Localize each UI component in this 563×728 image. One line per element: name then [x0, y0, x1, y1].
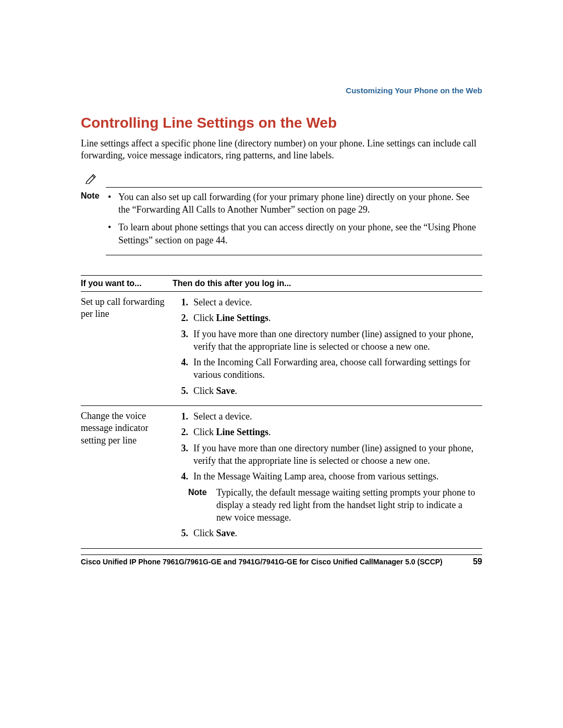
note-bullets: You can also set up call forwarding (for… [106, 191, 482, 252]
step-text: Click Line Settings. [193, 426, 479, 438]
step-number: 2. [173, 312, 193, 324]
step-number: 3. [173, 442, 193, 454]
inner-note-text: Typically, the default message waiting s… [216, 486, 479, 524]
step-text: If you have more than one directory numb… [193, 442, 479, 467]
task-cell: Set up call forwarding per line [81, 291, 173, 405]
steps-cell: 1.Select a device.2.Click Line Settings.… [173, 406, 482, 549]
table-row: Set up call forwarding per line1.Select … [81, 291, 482, 405]
task-cell: Change the voice message indicator setti… [81, 406, 173, 549]
step-number: 5. [173, 385, 193, 397]
step-text: Click Save. [193, 385, 479, 397]
inner-note: NoteTypically, the default message waiti… [188, 486, 479, 524]
step-number: 4. [173, 356, 193, 368]
step-text: Click Line Settings. [193, 312, 479, 324]
step-number: 3. [173, 328, 193, 340]
step-text: In the Message Waiting Lamp area, choose… [193, 470, 479, 483]
step-text: Select a device. [193, 296, 479, 309]
step-text: In the Incoming Call Forwarding area, ch… [193, 356, 479, 381]
step-number: 5. [173, 527, 193, 539]
inner-note-label: Note [188, 486, 216, 498]
table-header-right: Then do this after you log in... [173, 275, 482, 291]
step-item: 4.In the Message Waiting Lamp area, choo… [173, 470, 479, 483]
footer-rule [81, 554, 482, 555]
step-item: 1.Select a device. [173, 410, 479, 423]
section-title: Controlling Line Settings on the Web [81, 115, 482, 131]
procedure-table: If you want to... Then do this after you… [81, 275, 482, 549]
step-item: 5.Click Save. [173, 385, 479, 397]
page-footer: Cisco Unified IP Phone 7961G/7961G-GE an… [81, 554, 482, 566]
step-number: 2. [173, 426, 193, 438]
step-item: 3.If you have more than one directory nu… [173, 442, 479, 467]
note-bullet: You can also set up call forwarding (for… [106, 191, 482, 216]
pencil-icon [85, 172, 482, 186]
steps-cell: 1.Select a device.2.Click Line Settings.… [173, 291, 482, 405]
step-number: 1. [173, 296, 193, 309]
step-number: 1. [173, 410, 193, 423]
note-label: Note [81, 191, 106, 201]
step-number: 4. [173, 470, 193, 483]
steps-list: 1.Select a device.2.Click Line Settings.… [173, 296, 479, 397]
table-row: Change the voice message indicator setti… [81, 406, 482, 549]
running-head: Customizing Your Phone on the Web [346, 86, 482, 95]
step-item: 2.Click Line Settings. [173, 312, 479, 324]
step-text: Select a device. [193, 410, 479, 423]
step-item: 5.Click Save. [173, 527, 479, 539]
note-rule-top [106, 187, 482, 188]
note-rule-bottom [106, 255, 482, 255]
step-item: 4.In the Incoming Call Forwarding area, … [173, 356, 479, 381]
footer-doc-title: Cisco Unified IP Phone 7961G/7961G-GE an… [81, 558, 443, 566]
footer-page-number: 59 [473, 557, 482, 566]
step-item: 1.Select a device. [173, 296, 479, 309]
steps-list: 1.Select a device.2.Click Line Settings.… [173, 410, 479, 540]
step-item: 2.Click Line Settings. [173, 426, 479, 438]
note-block: Note You can also set up call forwarding… [81, 172, 482, 255]
step-item: 3.If you have more than one directory nu… [173, 328, 479, 353]
step-text: If you have more than one directory numb… [193, 328, 479, 353]
step-text: Click Save. [193, 527, 479, 539]
section-intro: Line settings affect a specific phone li… [81, 138, 482, 162]
note-bullet: To learn about phone settings that you c… [106, 221, 482, 246]
table-header-left: If you want to... [81, 275, 173, 291]
